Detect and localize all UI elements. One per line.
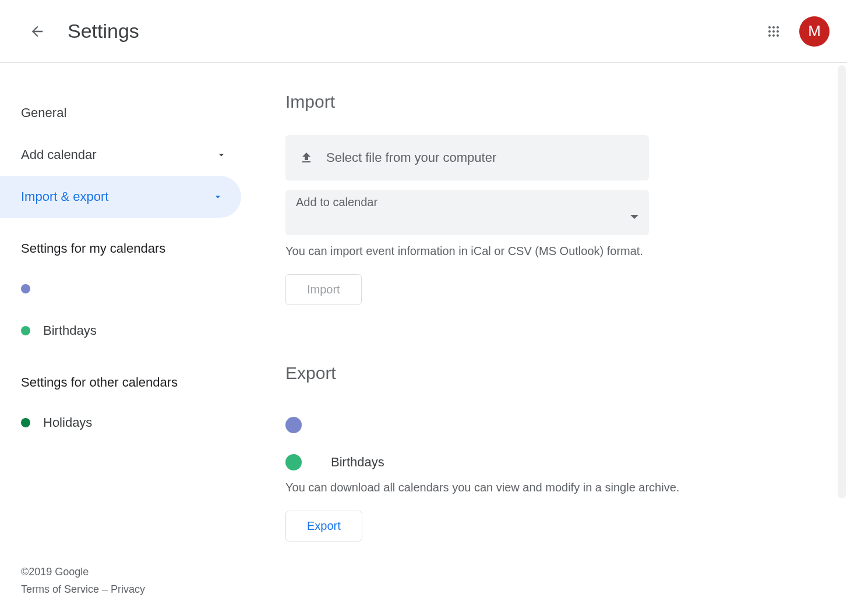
calendar-color-dot bbox=[21, 284, 30, 293]
sidebar-calendar-item[interactable] bbox=[0, 268, 245, 310]
calendar-color-dot bbox=[21, 418, 30, 427]
footer-copyright: ©2019 Google bbox=[21, 563, 145, 581]
footer-sep: – bbox=[99, 583, 111, 595]
svg-point-0 bbox=[768, 26, 771, 29]
svg-point-5 bbox=[777, 30, 779, 33]
export-calendar-row bbox=[285, 406, 795, 444]
footer-privacy-link[interactable]: Privacy bbox=[111, 583, 145, 595]
sidebar-item-label: Add calendar bbox=[21, 147, 97, 162]
sidebar-item-import-export[interactable]: Import & export bbox=[0, 176, 241, 218]
calendar-color-dot bbox=[21, 326, 30, 335]
header: Settings M bbox=[0, 0, 847, 63]
header-right: M bbox=[760, 16, 830, 47]
select-file-label: Select file from your computer bbox=[326, 150, 496, 165]
import-button[interactable]: Import bbox=[285, 274, 362, 305]
apps-button[interactable] bbox=[760, 17, 788, 45]
chevron-down-icon bbox=[216, 149, 227, 161]
calendar-color-dot bbox=[285, 417, 302, 433]
svg-point-6 bbox=[768, 34, 771, 37]
svg-point-3 bbox=[768, 30, 771, 33]
sidebar-section-other-calendars: Settings for other calendars bbox=[0, 352, 245, 402]
avatar[interactable]: M bbox=[799, 16, 830, 47]
add-to-calendar-dropdown[interactable]: Add to calendar bbox=[285, 190, 649, 235]
sidebar-item-label: Import & export bbox=[21, 189, 108, 204]
sidebar-calendar-item[interactable]: Holidays bbox=[0, 402, 245, 444]
dropdown-arrow-icon bbox=[630, 215, 638, 219]
calendar-color-dot bbox=[285, 454, 302, 470]
svg-point-7 bbox=[772, 34, 775, 37]
calendar-label: Birthdays bbox=[43, 323, 97, 338]
page-title: Settings bbox=[68, 20, 139, 43]
sidebar: General Add calendar Import & export Set… bbox=[0, 63, 245, 616]
calendar-label: Holidays bbox=[43, 415, 92, 430]
svg-point-4 bbox=[772, 30, 775, 33]
svg-point-1 bbox=[772, 26, 775, 29]
sidebar-item-label: General bbox=[21, 105, 66, 121]
export-button[interactable]: Export bbox=[285, 511, 362, 541]
export-helper-text: You can download all calendars you can v… bbox=[285, 481, 795, 494]
main-content: Import Select file from your computer Ad… bbox=[245, 63, 847, 616]
import-heading: Import bbox=[285, 92, 795, 112]
sidebar-item-general[interactable]: General bbox=[0, 92, 245, 134]
footer-terms-link[interactable]: Terms of Service bbox=[21, 583, 99, 595]
import-helper-text: You can import event information in iCal… bbox=[285, 245, 795, 258]
arrow-left-icon bbox=[29, 23, 45, 40]
upload-icon bbox=[299, 151, 313, 165]
dropdown-label: Add to calendar bbox=[296, 196, 377, 209]
select-file-button[interactable]: Select file from your computer bbox=[285, 135, 649, 180]
svg-point-8 bbox=[777, 34, 779, 37]
sidebar-item-add-calendar[interactable]: Add calendar bbox=[0, 134, 245, 176]
chevron-down-icon bbox=[212, 191, 224, 203]
scrollbar[interactable] bbox=[838, 65, 846, 498]
sidebar-section-my-calendars: Settings for my calendars bbox=[0, 218, 245, 268]
back-button[interactable] bbox=[23, 17, 51, 45]
export-calendar-row: Birthdays bbox=[285, 444, 795, 481]
export-heading: Export bbox=[285, 363, 795, 383]
sidebar-footer: ©2019 Google Terms of Service – Privacy bbox=[21, 563, 145, 599]
apps-grid-icon bbox=[767, 24, 781, 38]
body: General Add calendar Import & export Set… bbox=[0, 63, 847, 616]
export-calendar-label: Birthdays bbox=[331, 455, 384, 470]
svg-point-2 bbox=[777, 26, 779, 29]
sidebar-calendar-item[interactable]: Birthdays bbox=[0, 310, 245, 352]
